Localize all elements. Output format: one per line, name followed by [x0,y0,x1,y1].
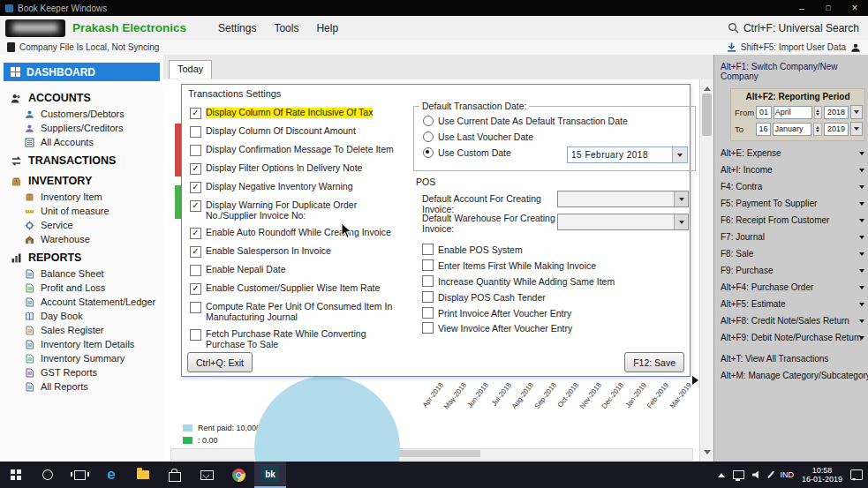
chevron-down-icon[interactable] [859,152,864,158]
checkbox[interactable] [190,145,201,156]
sidebar-item-profit-and-loss[interactable]: Profit and Loss [0,281,163,295]
section-reports[interactable]: REPORTS [0,246,163,267]
sidebar-item-account-statement-ledger[interactable]: Account Statement/Ledger [0,295,163,309]
from-month-field[interactable]: April [774,106,812,119]
checkbox[interactable]: ✓ [190,246,201,258]
exit-button[interactable]: Ctrl+Q: Exit [187,352,253,372]
checkbox[interactable] [422,291,434,303]
shortcut-contra[interactable]: F4: Contra [714,180,868,194]
radio-button[interactable] [423,147,434,158]
chevron-down-icon[interactable] [859,252,864,259]
chevron-down-icon[interactable] [674,191,688,206]
to-month-spinner[interactable] [813,123,821,136]
calendar-dropdown-icon[interactable] [672,147,687,162]
checkbox[interactable]: ✓ [190,163,201,175]
checkbox[interactable] [422,259,434,271]
minimize-button[interactable] [789,0,815,16]
save-button[interactable]: F12: Save [624,352,684,372]
chevron-down-icon[interactable] [859,236,864,242]
checkbox[interactable] [190,126,201,138]
option-enable-pos-system[interactable]: Enable POS System [422,244,523,255]
checkbox[interactable] [190,265,201,276]
option-negative-inventory-warning[interactable]: ✓ Display Negative Inventory Warning [190,182,407,193]
default-warehouse-dropdown[interactable] [557,214,689,230]
option-confirmation-delete-item[interactable]: Display Confirmation Message To Delete I… [190,145,407,156]
checkbox[interactable]: ✓ [190,182,201,193]
option-print-invoice-after-entry[interactable]: Print Invoice After Voucher Entry [422,307,571,319]
shortcut-expense[interactable]: Alt+E: Expense [714,146,868,161]
option-pos-cash-tender[interactable]: Display POS Cash Tender [422,291,546,303]
chrome-taskbar-button[interactable] [223,462,254,488]
to-calendar-dropdown-icon[interactable] [850,122,863,136]
vertical-scrollbar-thumb[interactable] [702,94,712,136]
chevron-down-icon[interactable] [859,202,864,208]
horizontal-scrollbar[interactable] [170,448,693,461]
radio-use-current-date[interactable]: Use Current Date As Default Transaction … [423,116,690,126]
radio-button[interactable] [423,131,434,142]
sidebar-item-gst-reports[interactable]: GST Reports [0,365,163,379]
book-keeper-taskbar-button[interactable]: bk [254,462,286,488]
sidebar-item-suppliers-creditors[interactable]: Suppliers/Creditors [0,121,163,135]
from-calendar-dropdown-icon[interactable] [850,105,863,119]
chevron-down-icon[interactable] [859,319,864,326]
shortcut-purchase-order[interactable]: Alt+F4: Purchase Order [714,281,868,295]
checkbox[interactable] [422,244,434,255]
scroll-down-icon[interactable] [704,450,711,458]
shortcut-income[interactable]: Alt+I: Income [714,163,868,177]
sidebar-item-dashboard[interactable]: DASHBOARD [4,63,160,81]
option-rate-inclusive-of-tax[interactable]: ✓ Display Column Of Rate Inclusive Of Ta… [190,108,407,119]
shortcut-estimate[interactable]: Alt+F5: Estimate [714,297,868,312]
checkbox[interactable] [190,302,201,313]
maximize-button[interactable] [815,0,842,16]
menu-settings[interactable]: Settings [209,19,265,38]
taskbar-clock[interactable]: 10:58 16-01-2019 [802,466,842,484]
language-indicator[interactable]: IND [780,470,794,479]
scroll-up-icon[interactable] [704,83,711,91]
shortcut-debit-note[interactable]: Alt+F9: Debit Note/Purchase Return [714,331,868,345]
from-year-field[interactable]: 2018 [824,106,849,119]
chevron-down-icon[interactable] [859,336,864,342]
chevron-down-icon[interactable] [859,286,864,292]
import-user-data[interactable]: Shift+F5: Import User Data [727,42,861,53]
sidebar-item-customers-debtors[interactable]: Customers/Debtors [0,107,163,121]
start-button[interactable] [0,462,32,488]
pen-tray-icon[interactable] [767,470,774,478]
custom-date-picker[interactable]: 15 February 2018 [567,146,688,163]
to-month-field[interactable]: January [773,123,811,136]
sidebar-item-balance-sheet[interactable]: Balance Sheet [0,267,163,281]
shortcut-receipt-from-customer[interactable]: F6: Receipt From Customer [714,214,868,228]
checkbox[interactable] [190,329,201,341]
checkbox[interactable] [422,307,434,319]
volume-icon[interactable] [752,470,762,479]
sidebar-item-day-book[interactable]: Day Book [0,309,163,323]
close-button[interactable] [842,0,868,16]
sidebar-item-inventory-item-details[interactable]: Inventory Item Details [0,337,163,351]
menu-tools[interactable]: Tools [265,19,307,38]
checkbox[interactable]: ✓ [190,283,201,295]
user-icon[interactable] [850,42,861,53]
chevron-down-icon[interactable] [859,303,864,309]
sidebar-item-all-accounts[interactable]: All Accounts [0,135,163,149]
chevron-down-icon[interactable] [859,219,864,225]
option-nepali-date[interactable]: Enable Nepali Date [190,265,407,276]
menu-help[interactable]: Help [307,19,347,38]
option-enter-items-first[interactable]: Enter Items First While Making Invoice [422,259,596,271]
from-month-spinner[interactable] [814,106,822,119]
to-year-field[interactable]: 2019 [824,123,849,136]
sidebar-item-all-reports[interactable]: All Reports [0,379,163,394]
checkbox[interactable]: ✓ [190,108,201,119]
sidebar-item-sales-register[interactable]: Sales Register [0,323,163,337]
shortcut-sale[interactable]: F8: Sale [714,247,868,261]
default-account-dropdown[interactable] [557,191,689,207]
section-inventory[interactable]: INVENTORY [0,169,163,190]
option-auto-roundoff[interactable]: ✓ Enable Auto Roundoff While Creating In… [190,228,407,239]
hidden-icons-caret-icon[interactable] [718,469,725,477]
option-fetch-purchase-rate[interactable]: Fetch Purchase Rate While Converting Pur… [190,329,407,349]
action-center-icon[interactable] [850,469,863,480]
shortcut-view-all-transactions[interactable]: Alt+T: View All Transactions [714,352,868,366]
option-customer-supplier-wise-rate[interactable]: ✓ Enable Customer/Supplier Wise Item Rat… [190,283,407,295]
option-filter-delivery-note[interactable]: ✓ Display Filter Options In Delivery Not… [190,163,407,175]
mail-taskbar-button[interactable] [191,462,223,488]
section-transactions[interactable]: TRANSACTIONS [0,149,163,169]
option-salesperson-in-invoice[interactable]: ✓ Enable Salesperson In Invoice [190,246,407,258]
